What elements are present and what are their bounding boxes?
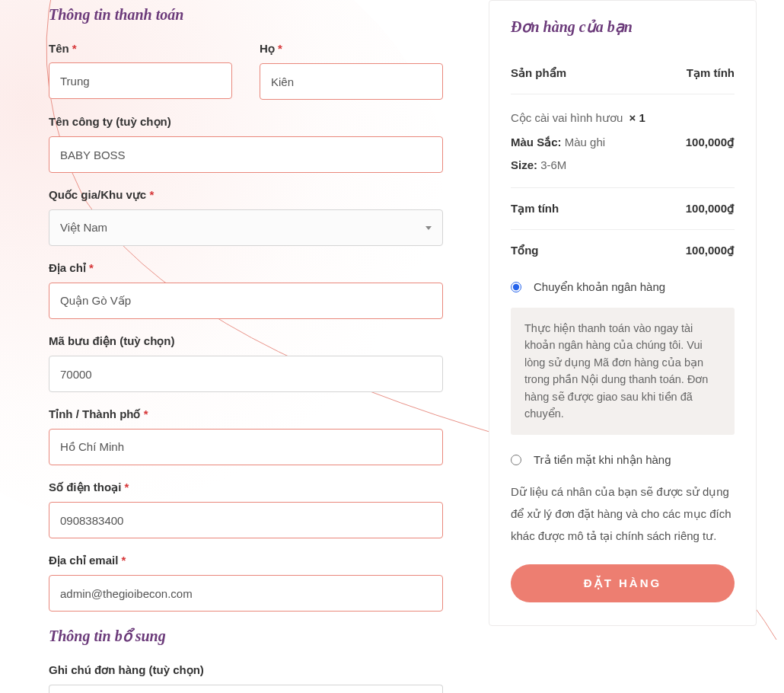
order-summary-title: Đơn hàng của bạn — [511, 18, 735, 36]
privacy-note: Dữ liệu cá nhân của bạn sẽ được sử dụng … — [511, 481, 735, 548]
product-line-total: 100,000₫ — [686, 131, 735, 154]
product-name-line: Cộc cài vai hình hươu × 1 — [511, 111, 735, 125]
email-input[interactable] — [49, 575, 443, 612]
subtotal-column-header: Tạm tính — [687, 66, 735, 80]
chevron-down-icon — [425, 226, 432, 230]
address-label: Địa chỉ * — [49, 261, 443, 275]
country-label: Quốc gia/Khu vực * — [49, 188, 443, 202]
first-name-label: Tên * — [49, 42, 232, 55]
subtotal-value: 100,000₫ — [686, 202, 735, 216]
product-quantity: × 1 — [629, 111, 645, 124]
company-label: Tên công ty (tuỳ chọn) — [49, 115, 443, 129]
payment-bank-description: Thực hiện thanh toán vào ngay tài khoản … — [511, 308, 735, 435]
order-notes-label: Ghi chú đơn hàng (tuỳ chọn) — [49, 663, 443, 677]
privacy-policy-link[interactable]: chính sách riêng tư — [616, 529, 713, 542]
payment-bank-radio[interactable] — [511, 282, 521, 292]
phone-input[interactable] — [49, 502, 443, 538]
phone-label: Số điện thoại * — [49, 481, 443, 494]
additional-section-title: Thông tin bổ sung — [49, 627, 443, 645]
company-input[interactable] — [49, 136, 443, 173]
email-label: Địa chỉ email * — [49, 554, 443, 567]
payment-cod-radio[interactable] — [511, 455, 521, 465]
order-notes-input[interactable] — [49, 685, 443, 693]
postcode-input[interactable] — [49, 356, 443, 392]
address-input[interactable] — [49, 283, 443, 319]
postcode-label: Mã bưu điện (tuỳ chọn) — [49, 334, 443, 348]
billing-section-title: Thông tin thanh toán — [49, 6, 443, 24]
product-size: Size: 3-6M — [511, 154, 566, 177]
total-value: 100,000₫ — [686, 244, 735, 257]
subtotal-label: Tạm tính — [511, 202, 559, 216]
last-name-input[interactable] — [260, 63, 443, 100]
first-name-input[interactable] — [49, 62, 232, 99]
city-input[interactable] — [49, 429, 443, 465]
place-order-button[interactable]: ĐẶT HÀNG — [511, 564, 735, 602]
last-name-label: Họ * — [260, 42, 443, 56]
product-color: Màu Sắc: Màu ghi — [511, 131, 605, 154]
payment-cod-label: Trả tiền mặt khi nhận hàng — [534, 453, 671, 467]
total-label: Tổng — [511, 244, 539, 257]
product-column-header: Sản phẩm — [511, 66, 566, 80]
country-select[interactable]: Việt Nam — [49, 209, 443, 246]
payment-bank-label: Chuyển khoản ngân hàng — [534, 280, 665, 294]
city-label: Tỉnh / Thành phố * — [49, 407, 443, 421]
country-value: Việt Nam — [60, 221, 107, 235]
